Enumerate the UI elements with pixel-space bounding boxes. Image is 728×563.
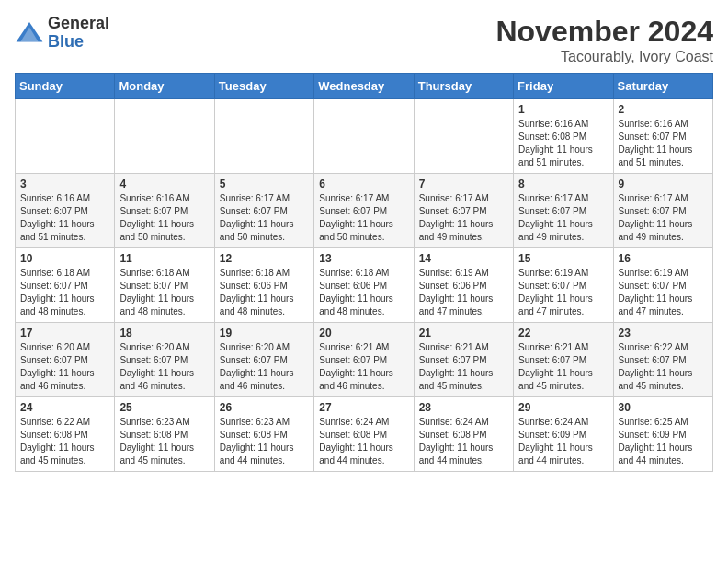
logo-general: General (48, 14, 109, 32)
calendar-cell-30: 30Sunrise: 6:25 AM Sunset: 6:09 PM Dayli… (613, 397, 712, 472)
day-number: 2 (619, 103, 708, 116)
day-info: Sunrise: 6:17 AM Sunset: 6:07 PM Dayligh… (619, 192, 708, 244)
day-number: 24 (20, 401, 109, 414)
calendar-cell-2: 2Sunrise: 6:16 AM Sunset: 6:07 PM Daylig… (613, 99, 712, 174)
calendar-week-1: 1Sunrise: 6:16 AM Sunset: 6:08 PM Daylig… (16, 99, 713, 174)
day-info: Sunrise: 6:18 AM Sunset: 6:07 PM Dayligh… (119, 267, 209, 318)
calendar-cell-7: 7Sunrise: 6:17 AM Sunset: 6:07 PM Daylig… (414, 174, 513, 248)
day-number: 27 (319, 401, 408, 414)
logo-blue: Blue (48, 32, 84, 51)
calendar-cell-empty-0-3 (314, 99, 414, 174)
calendar-cell-3: 3Sunrise: 6:16 AM Sunset: 6:07 PM Daylig… (16, 174, 115, 248)
day-info: Sunrise: 6:22 AM Sunset: 6:07 PM Dayligh… (619, 341, 708, 393)
calendar-cell-29: 29Sunrise: 6:24 AM Sunset: 6:09 PM Dayli… (514, 397, 613, 472)
day-number: 3 (20, 178, 109, 190)
calendar-cell-4: 4Sunrise: 6:16 AM Sunset: 6:07 PM Daylig… (115, 174, 214, 248)
calendar-cell-26: 26Sunrise: 6:23 AM Sunset: 6:08 PM Dayli… (214, 397, 313, 472)
calendar-cell-14: 14Sunrise: 6:19 AM Sunset: 6:06 PM Dayli… (414, 248, 513, 323)
weekday-header-sunday: Sunday (16, 74, 115, 99)
day-number: 22 (518, 327, 608, 339)
day-number: 20 (319, 327, 408, 339)
day-info: Sunrise: 6:17 AM Sunset: 6:07 PM Dayligh… (419, 192, 508, 244)
day-number: 16 (619, 252, 708, 265)
calendar-cell-empty-0-2 (214, 99, 313, 174)
weekday-header-monday: Monday (115, 74, 214, 99)
calendar-cell-5: 5Sunrise: 6:17 AM Sunset: 6:07 PM Daylig… (214, 174, 313, 248)
calendar-cell-8: 8Sunrise: 6:17 AM Sunset: 6:07 PM Daylig… (514, 174, 613, 248)
day-info: Sunrise: 6:25 AM Sunset: 6:09 PM Dayligh… (619, 416, 708, 467)
day-number: 14 (419, 252, 508, 265)
day-number: 5 (220, 178, 309, 190)
calendar-cell-1: 1Sunrise: 6:16 AM Sunset: 6:08 PM Daylig… (514, 99, 613, 174)
calendar-cell-empty-0-0 (16, 99, 115, 174)
calendar-cell-22: 22Sunrise: 6:21 AM Sunset: 6:07 PM Dayli… (514, 323, 613, 397)
page-header: General Blue November 2024 Tacourably, I… (15, 15, 713, 65)
day-info: Sunrise: 6:18 AM Sunset: 6:06 PM Dayligh… (319, 267, 408, 318)
day-number: 6 (319, 178, 408, 190)
day-info: Sunrise: 6:21 AM Sunset: 6:07 PM Dayligh… (319, 341, 408, 393)
day-number: 17 (20, 327, 109, 339)
weekday-header-wednesday: Wednesday (314, 74, 414, 99)
day-info: Sunrise: 6:18 AM Sunset: 6:06 PM Dayligh… (220, 267, 309, 318)
day-info: Sunrise: 6:21 AM Sunset: 6:07 PM Dayligh… (518, 341, 608, 393)
day-info: Sunrise: 6:23 AM Sunset: 6:08 PM Dayligh… (220, 416, 309, 467)
calendar-week-5: 24Sunrise: 6:22 AM Sunset: 6:08 PM Dayli… (16, 397, 713, 472)
calendar-cell-28: 28Sunrise: 6:24 AM Sunset: 6:08 PM Dayli… (414, 397, 513, 472)
day-info: Sunrise: 6:19 AM Sunset: 6:06 PM Dayligh… (419, 267, 508, 318)
day-number: 13 (319, 252, 408, 265)
day-number: 18 (119, 327, 209, 339)
calendar-cell-13: 13Sunrise: 6:18 AM Sunset: 6:06 PM Dayli… (314, 248, 414, 323)
day-info: Sunrise: 6:19 AM Sunset: 6:07 PM Dayligh… (619, 267, 708, 318)
day-number: 12 (220, 252, 309, 265)
title-block: November 2024 Tacourably, Ivory Coast (495, 15, 713, 65)
day-info: Sunrise: 6:16 AM Sunset: 6:07 PM Dayligh… (119, 192, 209, 244)
calendar-cell-17: 17Sunrise: 6:20 AM Sunset: 6:07 PM Dayli… (16, 323, 115, 397)
day-info: Sunrise: 6:17 AM Sunset: 6:07 PM Dayligh… (319, 192, 408, 244)
calendar-cell-18: 18Sunrise: 6:20 AM Sunset: 6:07 PM Dayli… (115, 323, 214, 397)
calendar-week-4: 17Sunrise: 6:20 AM Sunset: 6:07 PM Dayli… (16, 323, 713, 397)
calendar-cell-12: 12Sunrise: 6:18 AM Sunset: 6:06 PM Dayli… (214, 248, 313, 323)
weekday-header-saturday: Saturday (613, 74, 712, 99)
logo: General Blue (15, 15, 109, 52)
day-number: 29 (518, 401, 608, 414)
calendar-table: SundayMondayTuesdayWednesdayThursdayFrid… (15, 73, 713, 472)
day-info: Sunrise: 6:24 AM Sunset: 6:09 PM Dayligh… (518, 416, 608, 467)
calendar-cell-empty-0-4 (414, 99, 513, 174)
day-number: 11 (119, 252, 209, 265)
day-info: Sunrise: 6:21 AM Sunset: 6:07 PM Dayligh… (419, 341, 508, 393)
day-number: 19 (220, 327, 309, 339)
calendar-cell-6: 6Sunrise: 6:17 AM Sunset: 6:07 PM Daylig… (314, 174, 414, 248)
calendar-cell-16: 16Sunrise: 6:19 AM Sunset: 6:07 PM Dayli… (613, 248, 712, 323)
day-info: Sunrise: 6:16 AM Sunset: 6:08 PM Dayligh… (518, 118, 608, 169)
day-info: Sunrise: 6:17 AM Sunset: 6:07 PM Dayligh… (220, 192, 309, 244)
weekday-header-thursday: Thursday (414, 74, 513, 99)
day-number: 10 (20, 252, 109, 265)
calendar-cell-10: 10Sunrise: 6:18 AM Sunset: 6:07 PM Dayli… (16, 248, 115, 323)
day-number: 26 (220, 401, 309, 414)
calendar-cell-27: 27Sunrise: 6:24 AM Sunset: 6:08 PM Dayli… (314, 397, 414, 472)
logo-icon (15, 18, 44, 48)
day-number: 4 (119, 178, 209, 190)
calendar-cell-15: 15Sunrise: 6:19 AM Sunset: 6:07 PM Dayli… (514, 248, 613, 323)
day-number: 9 (619, 178, 708, 190)
day-info: Sunrise: 6:23 AM Sunset: 6:08 PM Dayligh… (119, 416, 209, 467)
calendar-cell-25: 25Sunrise: 6:23 AM Sunset: 6:08 PM Dayli… (115, 397, 214, 472)
day-info: Sunrise: 6:24 AM Sunset: 6:08 PM Dayligh… (419, 416, 508, 467)
day-info: Sunrise: 6:20 AM Sunset: 6:07 PM Dayligh… (119, 341, 209, 393)
day-info: Sunrise: 6:17 AM Sunset: 6:07 PM Dayligh… (518, 192, 608, 244)
calendar-cell-23: 23Sunrise: 6:22 AM Sunset: 6:07 PM Dayli… (613, 323, 712, 397)
calendar-cell-21: 21Sunrise: 6:21 AM Sunset: 6:07 PM Dayli… (414, 323, 513, 397)
day-number: 1 (518, 103, 608, 116)
day-number: 25 (119, 401, 209, 414)
calendar-cell-24: 24Sunrise: 6:22 AM Sunset: 6:08 PM Dayli… (16, 397, 115, 472)
day-info: Sunrise: 6:19 AM Sunset: 6:07 PM Dayligh… (518, 267, 608, 318)
calendar-subtitle: Tacourably, Ivory Coast (495, 49, 713, 65)
weekday-header-tuesday: Tuesday (214, 74, 313, 99)
day-number: 8 (518, 178, 608, 190)
day-number: 21 (419, 327, 508, 339)
weekday-header-row: SundayMondayTuesdayWednesdayThursdayFrid… (16, 74, 713, 99)
day-number: 7 (419, 178, 508, 190)
weekday-header-friday: Friday (514, 74, 613, 99)
day-info: Sunrise: 6:20 AM Sunset: 6:07 PM Dayligh… (20, 341, 109, 393)
day-number: 23 (619, 327, 708, 339)
